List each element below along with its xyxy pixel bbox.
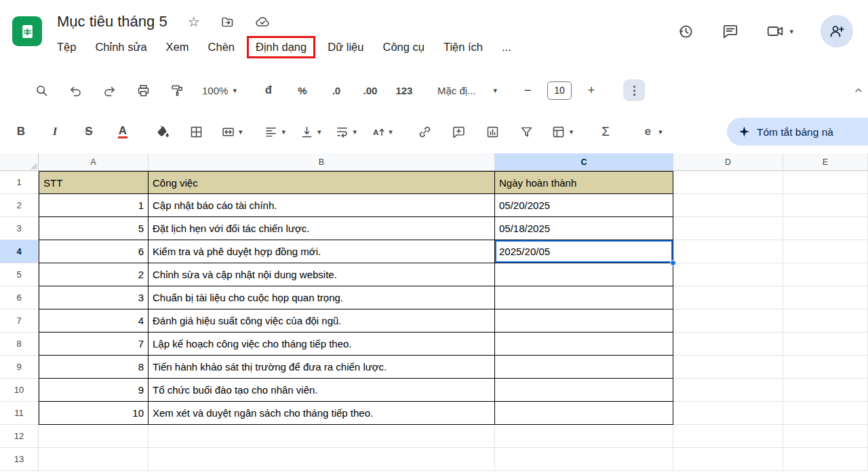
cell-A13[interactable] xyxy=(39,448,149,471)
fill-color-icon[interactable] xyxy=(153,121,171,143)
cell-D11[interactable] xyxy=(673,402,783,425)
cell-B5[interactable]: Chỉnh sửa và cập nhật nội dung website. xyxy=(149,263,495,286)
cell-E1[interactable] xyxy=(783,171,868,194)
cell-E7[interactable] xyxy=(783,309,868,333)
cell-C6[interactable] xyxy=(495,286,673,309)
column-header-a[interactable]: A xyxy=(39,153,149,171)
cell-D5[interactable] xyxy=(673,263,783,286)
column-header-b[interactable]: B xyxy=(149,153,495,171)
ai-summarize-button[interactable]: Tóm tắt bảng nà xyxy=(727,118,868,146)
menu-tep[interactable]: Tệp xyxy=(57,41,76,54)
cell-C8[interactable] xyxy=(495,333,673,356)
cell-A2[interactable]: 1 xyxy=(39,194,149,217)
menu-xem[interactable]: Xem xyxy=(166,41,189,54)
cell-B13[interactable] xyxy=(149,448,495,471)
cell-D3[interactable] xyxy=(673,217,783,240)
cell-C3[interactable]: 05/18/2025 xyxy=(495,217,673,240)
undo-icon[interactable] xyxy=(66,79,84,101)
row-header[interactable]: 5 xyxy=(0,263,39,286)
row-header[interactable]: 11 xyxy=(0,402,39,425)
column-header-e[interactable]: E xyxy=(783,153,868,171)
vertical-align-button[interactable]: ▾ xyxy=(298,121,321,143)
bold-button[interactable]: B xyxy=(12,121,30,143)
row-header[interactable]: 2 xyxy=(0,194,39,217)
row-header[interactable]: 9 xyxy=(0,356,39,379)
text-wrap-button[interactable]: ▾ xyxy=(334,121,357,143)
cell-E13[interactable] xyxy=(783,448,868,471)
cell-E3[interactable] xyxy=(783,217,868,240)
cell-A7[interactable]: 4 xyxy=(39,309,149,333)
zoom-select[interactable]: 100% ▾ xyxy=(202,79,237,101)
cell-E6[interactable] xyxy=(783,286,868,309)
row-header[interactable]: 8 xyxy=(0,333,39,356)
cell-D9[interactable] xyxy=(673,356,783,379)
select-all-corner[interactable] xyxy=(0,153,39,171)
cell-D1[interactable] xyxy=(673,171,783,194)
fill-handle[interactable] xyxy=(670,260,676,266)
text-color-button[interactable]: A xyxy=(118,125,127,139)
share-button[interactable] xyxy=(821,15,853,48)
cell-A3[interactable]: 5 xyxy=(39,217,149,240)
cell-A9[interactable]: 8 xyxy=(39,356,149,379)
cloud-status-icon[interactable] xyxy=(255,14,270,29)
cell-E4[interactable] xyxy=(783,240,868,263)
cell-C7[interactable] xyxy=(495,309,673,333)
chevron-down-icon[interactable]: ▾ xyxy=(789,28,793,35)
cell-A5[interactable]: 2 xyxy=(39,263,149,286)
menu-dinh-dang-highlighted[interactable]: Định dạng xyxy=(247,36,315,58)
horizontal-align-button[interactable]: ▾ xyxy=(262,121,286,143)
cell-E12[interactable] xyxy=(783,425,868,448)
extension-button[interactable]: e ▾ xyxy=(639,121,663,143)
move-folder-icon[interactable] xyxy=(220,15,235,29)
row-header[interactable]: 10 xyxy=(0,379,39,402)
font-family-select[interactable]: Mặc đị... ▾ xyxy=(437,79,497,101)
cell-D13[interactable] xyxy=(673,448,783,471)
cell-A11[interactable]: 10 xyxy=(39,402,149,425)
cell-E11[interactable] xyxy=(783,402,868,425)
comment-history-icon[interactable] xyxy=(722,22,739,40)
cell-D7[interactable] xyxy=(673,309,783,333)
menu-chen[interactable]: Chèn xyxy=(208,41,235,54)
paint-format-icon[interactable] xyxy=(168,79,186,101)
cell-B2[interactable]: Cập nhật báo cáo tài chính. xyxy=(149,194,495,217)
filter-icon[interactable] xyxy=(518,121,536,143)
cell-A10[interactable]: 9 xyxy=(39,379,149,402)
cell-D12[interactable] xyxy=(673,425,783,448)
number-format-button[interactable]: 123 xyxy=(395,79,413,101)
currency-format-button[interactable]: đ xyxy=(260,79,277,101)
document-title[interactable]: Mục tiêu tháng 5 xyxy=(57,13,167,31)
cell-B10[interactable]: Tổ chức buổi đào tạo cho nhân viên. xyxy=(149,379,495,402)
cell-A8[interactable]: 7 xyxy=(39,333,149,356)
merge-cells-button[interactable]: ▾ xyxy=(219,121,243,143)
cell-C9[interactable] xyxy=(495,356,673,379)
column-header-d[interactable]: D xyxy=(673,153,783,171)
selected-cell-C4[interactable]: 2025/20/05 xyxy=(495,240,673,263)
menu-chinh-sua[interactable]: Chỉnh sửa xyxy=(95,41,146,54)
insert-chart-icon[interactable] xyxy=(484,121,502,143)
borders-icon[interactable] xyxy=(187,121,205,143)
cell-B12[interactable] xyxy=(149,425,495,448)
cell-C2[interactable]: 05/20/2025 xyxy=(495,194,673,217)
cell-B6[interactable]: Chuẩn bị tài liệu cho cuộc họp quan trọn… xyxy=(149,286,495,309)
print-icon[interactable] xyxy=(134,79,152,101)
cell-A6[interactable]: 3 xyxy=(39,286,149,309)
version-history-icon[interactable] xyxy=(677,22,694,40)
cell-A4[interactable]: 6 xyxy=(39,240,149,263)
cell-B9[interactable]: Tiến hành khảo sát thị trường để đưa ra … xyxy=(149,356,495,379)
cell-B7[interactable]: Đánh giá hiệu suất công việc của đội ngũ… xyxy=(149,309,495,333)
percent-format-button[interactable]: % xyxy=(294,79,311,101)
insert-comment-icon[interactable] xyxy=(450,121,468,143)
strikethrough-button[interactable]: S xyxy=(80,121,98,143)
increase-font-size-button[interactable]: + xyxy=(583,79,600,101)
menu-tien-ich[interactable]: Tiện ích xyxy=(443,41,483,54)
menu-du-lieu[interactable]: Dữ liệu xyxy=(328,41,363,54)
row-header[interactable]: 13 xyxy=(0,448,39,471)
table-views-button[interactable]: ▾ xyxy=(550,121,574,143)
cell-D10[interactable] xyxy=(673,379,783,402)
cell-B3[interactable]: Đặt lịch hẹn với đối tác chiến lược. xyxy=(149,217,495,240)
cell-E8[interactable] xyxy=(783,333,868,356)
cell-B1[interactable]: Công việc xyxy=(149,171,495,194)
cell-C1[interactable]: Ngày hoàn thành xyxy=(495,171,673,194)
sheets-logo-icon[interactable] xyxy=(12,16,42,46)
row-header[interactable]: 6 xyxy=(0,286,39,309)
